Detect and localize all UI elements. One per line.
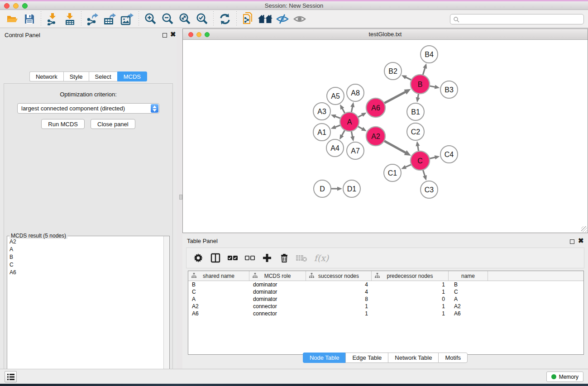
status-bar: Memory xyxy=(0,369,588,384)
edge-arrowhead xyxy=(423,63,427,69)
mcds-result-list[interactable]: A2ABCA6 xyxy=(8,238,163,386)
zoom-fit-button[interactable] xyxy=(176,12,193,26)
export-table-button[interactable] xyxy=(101,12,119,26)
add-column-button[interactable] xyxy=(260,251,274,265)
close-panel-icon[interactable]: ✖ xyxy=(170,30,176,38)
search-field[interactable] xyxy=(450,14,584,24)
network-graph: B4B2BB3A8A5A6B1A3AA1C2A2A4A7C4CC1C3DD1 xyxy=(183,40,588,233)
table-row[interactable]: A6connector11A6 xyxy=(188,310,583,317)
tab-mcds[interactable]: MCDS xyxy=(117,71,147,81)
graph-node-C2[interactable]: C2 xyxy=(407,123,424,140)
open-file-button[interactable] xyxy=(4,12,21,26)
table-row[interactable]: A2connector11A2 xyxy=(188,303,583,310)
memory-status-icon xyxy=(551,374,556,379)
export-image-button[interactable] xyxy=(119,12,136,26)
close-table-panel-icon[interactable]: ✖ xyxy=(578,237,584,245)
node-label: B1 xyxy=(411,108,420,116)
graph-node-C[interactable]: C xyxy=(411,151,430,170)
close-panel-button[interactable]: Close panel xyxy=(91,119,135,129)
first-neighbors-icon xyxy=(258,14,273,24)
column-header[interactable]: MCDS role xyxy=(249,271,306,281)
tab-motifs[interactable]: Motifs xyxy=(438,353,468,363)
import-table-button[interactable] xyxy=(61,12,78,26)
result-item[interactable]: A xyxy=(8,246,163,253)
tab-style[interactable]: Style xyxy=(63,71,89,81)
session-title: Session: New Session xyxy=(0,2,588,9)
graph-node-A5[interactable]: A5 xyxy=(327,87,344,105)
delete-table-button[interactable] xyxy=(294,251,309,265)
tab-node-table[interactable]: Node Table xyxy=(303,353,346,363)
graph-node-B2[interactable]: B2 xyxy=(384,62,402,80)
deselect-all-button[interactable] xyxy=(243,251,257,265)
table-row[interactable]: Cdominator41C xyxy=(188,288,583,295)
float-table-panel-icon[interactable] xyxy=(570,239,574,244)
zoom-in-button[interactable] xyxy=(142,12,159,26)
graph-node-D1[interactable]: D1 xyxy=(343,180,360,197)
window-resize-grip[interactable] xyxy=(581,226,587,232)
criterion-select[interactable]: largest connected component (directed) xyxy=(17,103,159,114)
result-scrollbar[interactable] xyxy=(163,236,169,386)
tab-network-table[interactable]: Network Table xyxy=(388,353,438,363)
graph-node-A4[interactable]: A4 xyxy=(326,139,344,157)
graph-node-A3[interactable]: A3 xyxy=(313,103,330,120)
network-from-selection-icon xyxy=(242,12,254,26)
first-neighbors-button[interactable] xyxy=(257,12,274,26)
deselect-all-icon xyxy=(244,255,255,261)
graph-node-A2[interactable]: A2 xyxy=(366,127,385,146)
network-window-titlebar[interactable]: testGlobe.txt xyxy=(183,29,588,40)
edge-arrowhead xyxy=(416,141,420,147)
tab-network[interactable]: Network xyxy=(29,71,63,81)
task-history-button[interactable] xyxy=(5,371,17,382)
network-from-selection-button[interactable] xyxy=(239,12,257,26)
graph-node-A7[interactable]: A7 xyxy=(347,142,364,159)
result-item[interactable]: C xyxy=(8,261,163,269)
tab-select[interactable]: Select xyxy=(89,71,117,81)
table-cell: A2 xyxy=(449,303,488,310)
table-cell: C xyxy=(188,288,249,295)
hide-selected-button[interactable] xyxy=(274,12,291,26)
refresh-layout-button[interactable] xyxy=(216,12,234,26)
graph-node-B4[interactable]: B4 xyxy=(421,46,438,63)
table-cell: connector xyxy=(249,310,306,317)
result-item[interactable]: A6 xyxy=(8,269,163,276)
graph-node-C3[interactable]: C3 xyxy=(421,181,438,198)
function-builder-button[interactable]: f(x) xyxy=(311,251,331,265)
graph-node-B1[interactable]: B1 xyxy=(407,103,424,120)
import-network-button[interactable] xyxy=(44,12,61,26)
export-network-button[interactable] xyxy=(84,12,101,26)
graph-node-B[interactable]: B xyxy=(411,75,430,94)
table-settings-button[interactable] xyxy=(191,251,206,265)
graph-node-C4[interactable]: C4 xyxy=(440,146,458,163)
show-columns-button[interactable] xyxy=(208,251,223,265)
graph-node-A8[interactable]: A8 xyxy=(347,84,364,101)
save-session-button[interactable] xyxy=(21,12,38,26)
network-canvas[interactable]: B4B2BB3A8A5A6B1A3AA1C2A2A4A7C4CC1C3DD1 xyxy=(183,40,588,233)
select-all-button[interactable] xyxy=(225,251,240,265)
zoom-out-button[interactable] xyxy=(159,12,176,26)
result-item[interactable]: B xyxy=(8,253,163,261)
criterion-selected-value: largest connected component (directed) xyxy=(21,105,125,112)
column-header[interactable]: name xyxy=(449,271,488,281)
column-header[interactable]: predecessor nodes xyxy=(372,271,449,281)
column-header[interactable]: shared name xyxy=(188,271,249,281)
float-panel-icon[interactable] xyxy=(163,33,167,38)
show-all-button[interactable] xyxy=(291,12,308,26)
zoom-selected-button[interactable] xyxy=(193,12,210,26)
result-item[interactable]: A2 xyxy=(8,238,163,246)
split-divider-grip[interactable] xyxy=(179,195,182,200)
graph-node-A6[interactable]: A6 xyxy=(366,98,385,117)
graph-node-A1[interactable]: A1 xyxy=(313,124,330,141)
graph-node-A[interactable]: A xyxy=(340,112,359,131)
node-label: B3 xyxy=(445,86,454,94)
graph-node-C1[interactable]: C1 xyxy=(384,164,401,181)
delete-column-button[interactable] xyxy=(277,251,292,265)
table-row[interactable]: Adominator80A xyxy=(188,295,583,303)
search-input[interactable] xyxy=(459,15,583,24)
run-mcds-button[interactable]: Run MCDS xyxy=(41,119,85,129)
graph-node-B3[interactable]: B3 xyxy=(440,81,458,98)
graph-node-D[interactable]: D xyxy=(314,180,331,197)
tab-edge-table[interactable]: Edge Table xyxy=(345,353,388,363)
memory-button[interactable]: Memory xyxy=(546,372,583,382)
column-header[interactable]: successor nodes xyxy=(306,271,372,281)
table-row[interactable]: Bdominator41B xyxy=(188,281,583,288)
